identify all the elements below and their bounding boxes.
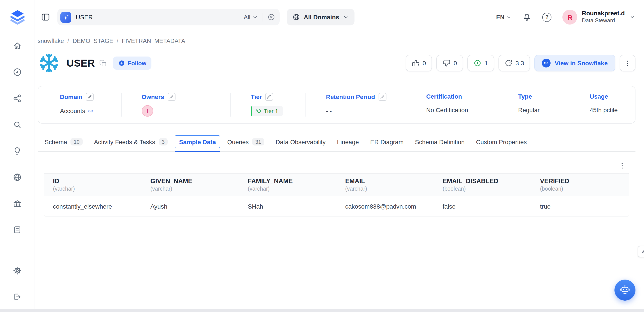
view-in-snowflake-button[interactable]: View in Snowflake bbox=[534, 55, 615, 71]
sidebar-item-home[interactable] bbox=[8, 37, 26, 54]
all-domains-button[interactable]: All Domains bbox=[287, 9, 354, 26]
metadata-field-tier: Tier Tier 1 bbox=[230, 93, 306, 117]
edit-tier-button[interactable] bbox=[266, 93, 273, 101]
field-label: Tier bbox=[251, 93, 262, 100]
column-header: GIVEN_NAME(varchar) bbox=[142, 174, 239, 196]
language-selector[interactable]: EN bbox=[496, 14, 512, 20]
edit-domain-button[interactable] bbox=[86, 93, 94, 101]
tier-badge[interactable]: Tier 1 bbox=[251, 106, 283, 116]
help-button[interactable]: ? bbox=[542, 13, 552, 22]
table-header-row: ID(varchar) GIVEN_NAME(varchar) FAMILY_N… bbox=[44, 174, 629, 196]
thumbs-up-icon bbox=[412, 59, 420, 67]
copy-icon bbox=[99, 59, 106, 67]
link-icon bbox=[542, 59, 551, 68]
field-label: Retention Period bbox=[326, 93, 375, 100]
global-search-bar[interactable]: All bbox=[57, 9, 280, 26]
sidebar-item-insights[interactable] bbox=[8, 142, 26, 160]
field-label: Usage bbox=[590, 93, 608, 100]
sidebar-item-settings[interactable] bbox=[8, 262, 26, 279]
user-menu[interactable]: R Rounakpreet.d Data Steward bbox=[562, 10, 635, 25]
type-value: Regular bbox=[518, 106, 540, 113]
compass-icon bbox=[13, 67, 22, 76]
clear-search-button[interactable] bbox=[268, 13, 275, 21]
kebab-menu-icon bbox=[624, 59, 631, 67]
field-label: Owners bbox=[142, 93, 164, 100]
column-header: FAMILY_NAME(varchar) bbox=[239, 174, 336, 196]
tab-custom-properties[interactable]: Custom Properties bbox=[476, 132, 527, 151]
chevron-down-icon bbox=[506, 14, 512, 20]
sample-data-panel: ID(varchar) GIVEN_NAME(varchar) FAMILY_N… bbox=[38, 152, 635, 216]
cell: false bbox=[434, 196, 531, 216]
tab-schema[interactable]: Schema 10 bbox=[45, 132, 82, 151]
user-role: Data Steward bbox=[582, 18, 625, 24]
edit-retention-button[interactable] bbox=[378, 93, 386, 101]
sidebar-item-graph[interactable] bbox=[8, 89, 26, 107]
sidebar-item-governance[interactable] bbox=[8, 195, 26, 212]
tab-count-badge: 3 bbox=[159, 138, 168, 145]
tab-sample-data[interactable]: Sample Data bbox=[179, 132, 216, 151]
edge-expand-button[interactable] bbox=[638, 246, 644, 257]
breadcrumb: snowflake / DEMO_STAGE / FIVETRAN_METADA… bbox=[38, 38, 635, 44]
bank-icon bbox=[13, 199, 22, 208]
tab-label: Activity Feeds & Tasks bbox=[94, 138, 155, 145]
upvote-button[interactable]: 0 bbox=[406, 55, 432, 71]
breadcrumb-database[interactable]: DEMO_STAGE bbox=[73, 38, 113, 44]
tab-label: Queries bbox=[227, 138, 249, 145]
popularity-button[interactable]: 3.3 bbox=[498, 55, 530, 71]
downvote-button[interactable]: 0 bbox=[436, 55, 463, 71]
asset-more-actions-button[interactable] bbox=[620, 55, 635, 71]
table-row: constantly_elsewhere Ayush SHah cakosom8… bbox=[44, 196, 629, 216]
popularity-score: 3.3 bbox=[516, 60, 524, 67]
tab-activity-feeds[interactable]: Activity Feeds & Tasks 3 bbox=[94, 132, 168, 151]
sidebar-item-reports[interactable] bbox=[8, 221, 26, 238]
copy-name-button[interactable] bbox=[99, 59, 106, 67]
watchers-button[interactable]: 1 bbox=[468, 55, 494, 71]
link-icon bbox=[88, 108, 94, 114]
tab-schema-definition[interactable]: Schema Definition bbox=[415, 132, 464, 151]
notifications-button[interactable] bbox=[523, 13, 532, 22]
sidebar-item-explore[interactable] bbox=[8, 63, 26, 81]
sample-data-more-button[interactable] bbox=[618, 162, 626, 170]
domain-value[interactable]: Accounts bbox=[60, 107, 85, 114]
metadata-field-type: Type Regular bbox=[498, 93, 569, 117]
tab-label: Custom Properties bbox=[476, 138, 527, 145]
tab-queries[interactable]: Queries 31 bbox=[227, 132, 264, 151]
sidebar-item-logout[interactable] bbox=[8, 288, 26, 305]
sidebar-item-discovery[interactable] bbox=[8, 116, 26, 133]
follow-button[interactable]: Follow bbox=[113, 57, 152, 70]
sidebar-toggle-button[interactable] bbox=[41, 12, 50, 22]
tab-er-diagram[interactable]: ER Diagram bbox=[370, 132, 404, 151]
all-domains-label: All Domains bbox=[304, 14, 339, 21]
main-area: All All Domains EN bbox=[35, 0, 644, 312]
page-title: USER bbox=[66, 57, 95, 69]
asset-tabs: Schema 10 Activity Feeds & Tasks 3 Sampl… bbox=[38, 132, 635, 152]
tab-label: ER Diagram bbox=[370, 138, 404, 145]
owner-avatar[interactable]: T bbox=[142, 105, 153, 117]
thumbs-down-icon bbox=[443, 59, 450, 67]
breadcrumb-connection[interactable]: snowflake bbox=[38, 38, 64, 44]
search-divider bbox=[262, 13, 263, 22]
tab-lineage[interactable]: Lineage bbox=[337, 132, 359, 151]
column-header: EMAIL(varchar) bbox=[336, 174, 434, 196]
sidebar-item-web[interactable] bbox=[8, 168, 26, 186]
logout-icon bbox=[13, 292, 22, 301]
atlan-logo-icon bbox=[8, 8, 26, 26]
app-window: All All Domains EN bbox=[0, 0, 644, 312]
tab-label: Schema bbox=[45, 138, 67, 145]
breadcrumb-schema[interactable]: FIVETRAN_METADATA bbox=[122, 38, 185, 44]
view-in-snowflake-label: View in Snowflake bbox=[555, 60, 608, 67]
search-input[interactable] bbox=[76, 14, 240, 21]
tag-icon bbox=[256, 108, 261, 114]
atlan-logo[interactable] bbox=[8, 8, 26, 26]
search-scope-dropdown[interactable]: All bbox=[244, 14, 258, 20]
kebab-menu-icon bbox=[618, 162, 626, 170]
field-label: Certification bbox=[426, 93, 462, 100]
window-bottom-strip bbox=[0, 309, 644, 312]
metadata-panel: Domain Accounts Owners T bbox=[38, 86, 635, 124]
cell: true bbox=[531, 196, 629, 216]
metadata-field-certification: Certification No Certification bbox=[406, 93, 498, 117]
edit-owners-button[interactable] bbox=[168, 93, 176, 101]
retention-value: - - bbox=[326, 107, 332, 114]
tab-data-observability[interactable]: Data Observability bbox=[276, 132, 326, 151]
chat-assistant-button[interactable] bbox=[614, 279, 635, 300]
